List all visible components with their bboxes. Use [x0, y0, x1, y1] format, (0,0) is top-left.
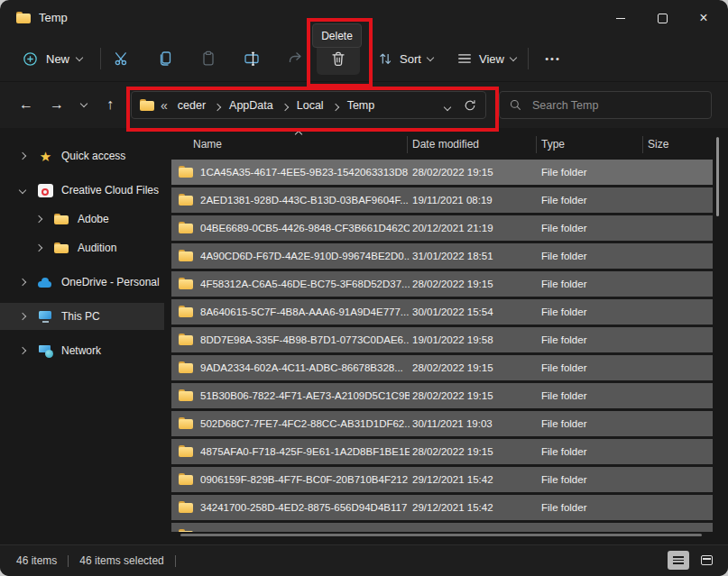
column-header-date-modified[interactable]: Date modified [412, 133, 479, 156]
breadcrumb-overflow[interactable]: « [161, 98, 168, 113]
paste-button[interactable] [187, 42, 230, 75]
table-row[interactable]: 9ADA2334-602A-4C11-ADBC-86678B328... 28/… [171, 355, 713, 380]
expand-chevron-icon[interactable] [36, 216, 45, 222]
breadcrumb-item[interactable]: Temp [344, 97, 379, 114]
screenshot-stage: Temp × New [0, 0, 728, 576]
chevron-down-icon [80, 99, 88, 106]
column-header-type[interactable]: Type [541, 133, 565, 156]
delete-tooltip: Delete [312, 23, 362, 48]
breadcrumb-label[interactable]: Local [293, 97, 327, 114]
table-row[interactable]: 502D68C7-7FE7-4FC2-88CC-AB31D1DF62... 30… [171, 411, 713, 436]
sidebar-item-icon [54, 212, 69, 226]
sort-button[interactable]: Sort [369, 42, 441, 75]
table-row[interactable]: 51B30B06-7822-4F71-AE73-A2109D5C1C9B 28/… [171, 383, 713, 408]
copy-button[interactable] [143, 42, 187, 75]
column-header-size[interactable]: Size [648, 133, 668, 156]
column-divider[interactable] [536, 136, 537, 153]
up-button[interactable]: ↑ [96, 90, 124, 119]
table-row[interactable]: 34241700-258D-4ED2-8875-656D94D4B117 29/… [171, 495, 713, 520]
sidebar-item[interactable]: Adobe [0, 206, 164, 233]
copy-icon [156, 50, 174, 68]
rename-icon [243, 50, 261, 68]
table-row[interactable] [171, 523, 713, 532]
search-input[interactable] [530, 98, 702, 113]
chevron-down-icon [76, 53, 83, 60]
view-button[interactable]: View [448, 42, 524, 75]
file-type: File folder [541, 355, 640, 380]
refresh-icon [463, 98, 477, 113]
expand-chevron-icon[interactable] [20, 187, 29, 193]
share-button[interactable] [273, 42, 317, 75]
refresh-button[interactable] [463, 98, 477, 113]
more-options-button[interactable]: ••• [534, 42, 572, 75]
table-row[interactable]: 04BE6689-0CB5-4426-9848-CF3B661D462C 20/… [171, 215, 713, 241]
table-row[interactable]: 0906159F-829B-4F7F-BC0F-20B710B4F212 29/… [171, 467, 713, 492]
view-toggles [668, 551, 717, 570]
breadcrumb-label[interactable]: Temp [344, 97, 379, 114]
back-button[interactable]: ← [11, 90, 41, 119]
column-divider[interactable] [407, 136, 408, 153]
expand-chevron-icon[interactable] [20, 153, 29, 159]
breadcrumb-item[interactable]: Local [293, 97, 344, 114]
new-button[interactable]: New [13, 42, 91, 75]
horizontal-scrollbar-thumb[interactable] [180, 534, 702, 536]
view-icon [456, 50, 473, 67]
table-row[interactable]: 8A640615-5C7F-4B8A-AAA6-91A9D4E777... 30… [171, 299, 713, 325]
maximize-icon [658, 14, 668, 23]
file-name: 8A640615-5C7F-4B8A-AAA6-91A9D4E777... [200, 299, 410, 325]
file-type: File folder [541, 467, 640, 492]
table-row[interactable]: 1CA45A35-4617-4EE5-9B23-1542063313D8 28/… [171, 160, 713, 185]
table-row[interactable]: 4F58312A-C6A5-46DE-BC75-3F68D52D37... 28… [171, 271, 713, 297]
file-date-modified: 28/02/2022 19:15 [412, 271, 535, 297]
address-bar[interactable]: « ceder AppData Local Temp [131, 91, 486, 119]
column-divider[interactable] [642, 136, 643, 153]
breadcrumb-label[interactable]: AppData [226, 97, 277, 114]
sidebar-item[interactable]: This PC [0, 303, 164, 330]
title-group: Temp [16, 11, 68, 24]
minimize-button[interactable] [600, 0, 641, 36]
rename-button[interactable] [230, 42, 273, 75]
breadcrumb-label[interactable]: ceder [174, 97, 209, 114]
file-type: File folder [541, 495, 640, 520]
folder-icon [179, 278, 193, 289]
file-name: 0906159F-829B-4F7F-BC0F-20B710B4F212 [200, 467, 410, 492]
back-icon: ← [19, 96, 33, 113]
expand-chevron-icon[interactable] [20, 348, 29, 353]
file-type: File folder [541, 299, 640, 325]
table-row[interactable]: 8DD7E98A-335F-4B98-B7D1-0773C0DAE6... 19… [171, 327, 713, 352]
large-icons-view-toggle[interactable] [696, 551, 717, 570]
sort-ascending-icon [296, 127, 301, 140]
details-view-toggle[interactable] [668, 551, 689, 570]
breadcrumb-item[interactable]: AppData [226, 97, 293, 114]
table-row[interactable]: 4875AFA0-F718-425F-9E61-1A2D8BF1BE1E 28/… [171, 439, 713, 464]
chevron-right-icon [331, 103, 338, 110]
table-row[interactable]: 4A90CD6D-F67D-4A2E-910D-99674BE2D0... 31… [171, 243, 713, 269]
breadcrumb-item[interactable]: ceder [174, 97, 226, 114]
sidebar-item-label: This PC [61, 310, 100, 323]
sidebar-item[interactable]: Network [0, 337, 164, 364]
vertical-scrollbar-thumb[interactable] [716, 137, 719, 216]
sidebar-item[interactable]: Audition [0, 234, 164, 261]
forward-button[interactable]: → [41, 90, 72, 119]
expand-chevron-icon[interactable] [20, 314, 29, 319]
sidebar-item[interactable]: OneDrive - Personal [0, 269, 164, 296]
chevron-down-icon [427, 53, 434, 60]
folder-icon [179, 501, 193, 513]
column-header-name[interactable]: Name [193, 133, 222, 156]
expand-chevron-icon[interactable] [36, 245, 45, 251]
table-row[interactable]: 2AED1381-928D-443C-B13D-03BAF9604F... 19… [171, 187, 713, 213]
cut-button[interactable] [100, 42, 143, 75]
search-box[interactable] [499, 91, 712, 119]
up-icon: ↑ [106, 96, 114, 113]
recent-locations-button[interactable] [72, 90, 96, 119]
address-dropdown-button[interactable] [445, 97, 450, 114]
file-name: 2AED1381-928D-443C-B13D-03BAF9604F... [200, 187, 410, 213]
sidebar-item[interactable]: Quick access [0, 142, 164, 169]
close-button[interactable]: × [683, 0, 724, 36]
folder-icon [179, 417, 193, 429]
folder-icon [179, 306, 193, 317]
maximize-button[interactable] [641, 0, 683, 36]
column-headers: Name Date modified Type Size [171, 133, 713, 156]
sidebar-item[interactable]: Creative Cloud Files [0, 177, 164, 204]
expand-chevron-icon[interactable] [20, 279, 29, 285]
